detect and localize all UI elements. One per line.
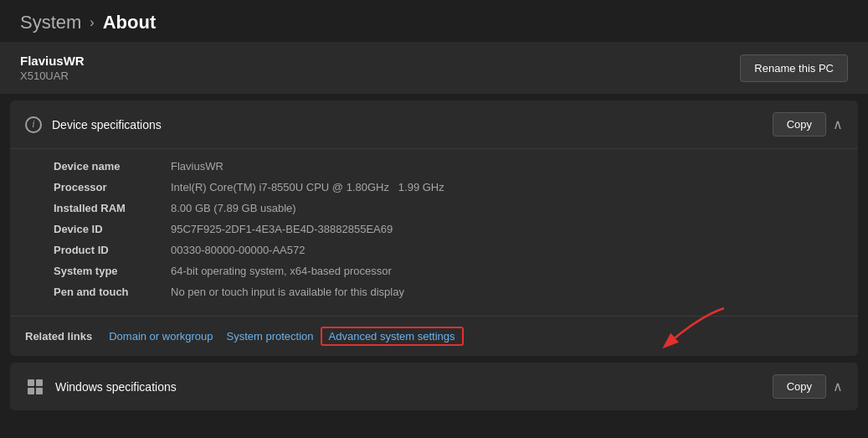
pc-model: X510UAR bbox=[20, 70, 85, 82]
windows-specs-header-left: Windows specifications bbox=[25, 377, 177, 397]
device-specs-header-right: Copy ∧ bbox=[773, 112, 843, 137]
device-specs-header-left: i Device specifications bbox=[25, 116, 162, 133]
spec-value-device-id: 95C7F925-2DF1-4E3A-BE4D-38882855EA69 bbox=[171, 223, 393, 235]
device-specs-header[interactable]: i Device specifications Copy ∧ bbox=[10, 100, 858, 148]
device-specs-content: Device name FlaviusWR Processor Intel(R)… bbox=[10, 148, 858, 316]
breadcrumb-chevron: › bbox=[90, 15, 94, 30]
spec-label-ram: Installed RAM bbox=[54, 202, 171, 214]
related-link-domain[interactable]: Domain or workgroup bbox=[102, 328, 219, 344]
related-link-system-protection[interactable]: System protection bbox=[219, 328, 320, 344]
device-specs-copy-button[interactable]: Copy bbox=[773, 112, 826, 137]
windows-specs-title: Windows specifications bbox=[55, 380, 177, 394]
spec-label-processor: Processor bbox=[54, 181, 171, 193]
device-specs-chevron-icon: ∧ bbox=[833, 116, 843, 132]
windows-specs-copy-button[interactable]: Copy bbox=[773, 374, 826, 399]
spec-row-device-name: Device name FlaviusWR bbox=[54, 156, 838, 177]
spec-value-product-id: 00330-80000-00000-AA572 bbox=[171, 244, 305, 256]
spec-row-ram: Installed RAM 8.00 GB (7.89 GB usable) bbox=[54, 198, 838, 219]
spec-value-processor: Intel(R) Core(TM) i7-8550U CPU @ 1.80GHz… bbox=[171, 181, 444, 193]
related-links-label: Related links bbox=[25, 330, 92, 343]
windows-specs-header[interactable]: Windows specifications Copy ∧ bbox=[10, 363, 858, 410]
pc-identity: FlaviusWR X510UAR bbox=[20, 54, 85, 82]
page-header: System › About bbox=[0, 0, 868, 42]
page-title: About bbox=[103, 12, 157, 33]
pc-info-bar: FlaviusWR X510UAR Rename this PC bbox=[0, 42, 868, 94]
info-icon: i bbox=[25, 116, 42, 133]
spec-value-pen-touch: No pen or touch input is available for t… bbox=[171, 286, 404, 298]
related-links-bar: Related links Domain or workgroup System… bbox=[10, 316, 858, 356]
spec-value-device-name: FlaviusWR bbox=[171, 160, 223, 173]
rename-pc-button[interactable]: Rename this PC bbox=[740, 54, 848, 82]
system-nav-label[interactable]: System bbox=[20, 12, 81, 33]
spec-label-system-type: System type bbox=[54, 265, 171, 277]
windows-specs-header-right: Copy ∧ bbox=[773, 374, 843, 399]
windows-specs-section: Windows specifications Copy ∧ bbox=[10, 363, 858, 410]
windows-icon bbox=[25, 377, 45, 397]
spec-value-ram: 8.00 GB (7.89 GB usable) bbox=[171, 202, 296, 214]
spec-row-processor: Processor Intel(R) Core(TM) i7-8550U CPU… bbox=[54, 177, 838, 198]
spec-row-system-type: System type 64-bit operating system, x64… bbox=[54, 260, 838, 281]
spec-row-device-id: Device ID 95C7F925-2DF1-4E3A-BE4D-388828… bbox=[54, 219, 838, 240]
spec-label-device-name: Device name bbox=[54, 160, 171, 173]
related-link-advanced-system-settings[interactable]: Advanced system settings bbox=[321, 327, 464, 346]
pc-name: FlaviusWR bbox=[20, 54, 85, 68]
spec-row-pen-touch: Pen and touch No pen or touch input is a… bbox=[54, 281, 838, 302]
spec-row-product-id: Product ID 00330-80000-00000-AA572 bbox=[54, 240, 838, 260]
spec-label-pen-touch: Pen and touch bbox=[54, 286, 171, 298]
device-specs-section: i Device specifications Copy ∧ Device na… bbox=[10, 100, 858, 356]
windows-specs-chevron-icon: ∧ bbox=[833, 379, 843, 394]
spec-label-device-id: Device ID bbox=[54, 223, 171, 235]
spec-label-product-id: Product ID bbox=[54, 244, 171, 256]
spec-value-system-type: 64-bit operating system, x64-based proce… bbox=[171, 265, 392, 277]
device-specs-title: Device specifications bbox=[52, 118, 162, 131]
